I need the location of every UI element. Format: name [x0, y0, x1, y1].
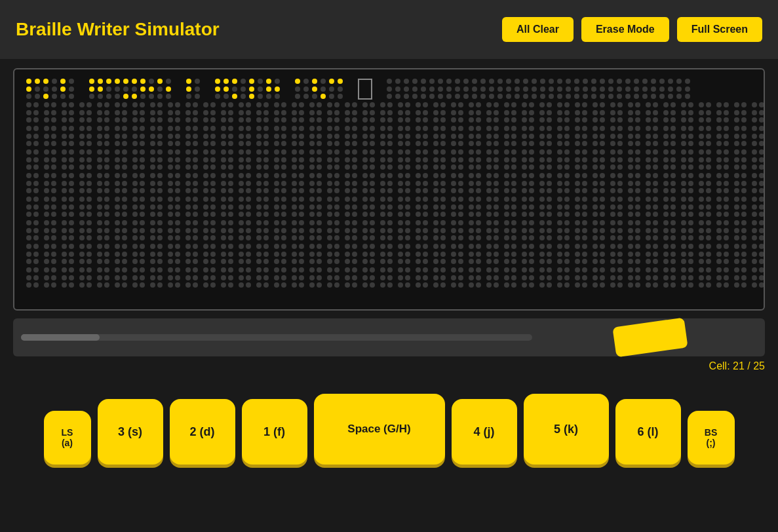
braille-dot	[239, 134, 244, 139]
braille-dot	[557, 235, 562, 240]
all-clear-button[interactable]: All Clear	[502, 17, 574, 42]
space-key[interactable]: Space (G/H)	[314, 394, 445, 465]
braille-dot	[646, 117, 651, 123]
braille-dot	[676, 94, 682, 99]
braille-dot	[87, 197, 92, 202]
braille-dot	[489, 79, 494, 84]
key-6[interactable]: 6 (l)	[615, 399, 681, 465]
braille-dot	[423, 244, 428, 249]
braille-dot	[51, 157, 56, 162]
braille-dot	[504, 252, 509, 257]
braille-dot	[699, 181, 704, 186]
braille-cell	[610, 244, 623, 265]
braille-dot	[62, 164, 67, 170]
scroll-thumb[interactable]	[21, 334, 100, 341]
braille-dot	[628, 259, 633, 264]
braille-dot	[564, 164, 570, 170]
braille-dot	[239, 252, 244, 257]
braille-dot	[511, 235, 516, 240]
braille-cell	[610, 173, 623, 194]
braille-dot	[44, 197, 49, 202]
braille-dot	[256, 212, 262, 217]
braille-cell	[327, 197, 340, 218]
braille-dot	[122, 157, 127, 162]
braille-dot	[62, 149, 67, 155]
braille-dot	[69, 235, 74, 240]
braille-dot	[699, 157, 704, 162]
braille-dot	[256, 267, 262, 273]
braille-dot	[635, 181, 640, 186]
braille-dot	[706, 204, 711, 210]
braille-dot	[175, 110, 180, 115]
braille-dot	[416, 235, 421, 240]
ls-key[interactable]: LS (a)	[44, 411, 91, 465]
braille-dot	[741, 188, 747, 193]
braille-dot	[716, 259, 722, 264]
braille-dot	[299, 267, 304, 273]
braille-dot	[274, 110, 279, 115]
braille-dot	[51, 212, 56, 217]
braille-dot	[345, 197, 350, 202]
braille-dot	[79, 141, 85, 146]
braille-dot	[309, 102, 315, 107]
braille-dot	[281, 282, 286, 288]
braille-dot	[564, 220, 570, 225]
braille-dot	[246, 204, 251, 210]
braille-dot	[62, 117, 67, 123]
braille-dot	[539, 141, 545, 146]
braille-dot	[681, 141, 686, 146]
braille-dot	[370, 149, 375, 155]
scroll-track[interactable]	[21, 334, 532, 341]
braille-cell	[486, 149, 499, 170]
braille-dot	[327, 126, 332, 131]
key-4[interactable]: 4 (j)	[452, 399, 517, 465]
braille-dot	[327, 157, 332, 162]
braille-dot	[564, 157, 570, 162]
braille-dot	[168, 244, 173, 249]
braille-dot	[469, 244, 474, 249]
bs-key[interactable]: BS (;)	[688, 411, 735, 465]
braille-dot	[87, 267, 92, 273]
braille-dot	[752, 282, 757, 288]
braille-dot	[51, 149, 56, 155]
braille-dot	[62, 267, 67, 273]
key-5[interactable]: 5 (k)	[524, 394, 609, 465]
braille-dot	[486, 244, 492, 249]
braille-dot	[132, 86, 137, 92]
braille-dot	[671, 102, 676, 107]
braille-dot	[515, 86, 520, 92]
braille-dot	[312, 79, 317, 84]
braille-dot	[157, 94, 163, 99]
braille-dot	[140, 267, 145, 273]
braille-cell	[469, 197, 481, 218]
braille-cell	[404, 79, 418, 100]
braille-cell	[752, 126, 764, 147]
braille-dot	[122, 259, 127, 264]
braille-dot	[522, 212, 527, 217]
braille-dot	[299, 252, 304, 257]
braille-dot	[522, 134, 527, 139]
braille-dot	[476, 126, 481, 131]
braille-dot	[681, 252, 686, 257]
braille-dot	[699, 117, 704, 123]
key-1[interactable]: 1 (f)	[242, 399, 307, 465]
erase-mode-button[interactable]: Erase Mode	[581, 17, 669, 42]
braille-dot	[210, 126, 216, 131]
braille-dot	[752, 244, 757, 249]
braille-dot	[309, 235, 315, 240]
braille-dot	[168, 188, 173, 193]
key-2[interactable]: 2 (d)	[170, 399, 235, 465]
braille-dot	[504, 282, 509, 288]
braille-dot	[557, 267, 562, 273]
braille-dot	[642, 86, 648, 92]
braille-dot	[228, 259, 233, 264]
braille-dot	[33, 244, 39, 249]
braille-dot	[317, 197, 322, 202]
braille-dot	[724, 102, 729, 107]
key-3[interactable]: 3 (s)	[98, 399, 163, 465]
full-screen-button[interactable]: Full Screen	[677, 17, 762, 42]
braille-cell	[398, 220, 410, 241]
braille-cell	[557, 173, 570, 194]
braille-cell	[62, 126, 74, 147]
braille-cell	[504, 149, 516, 170]
